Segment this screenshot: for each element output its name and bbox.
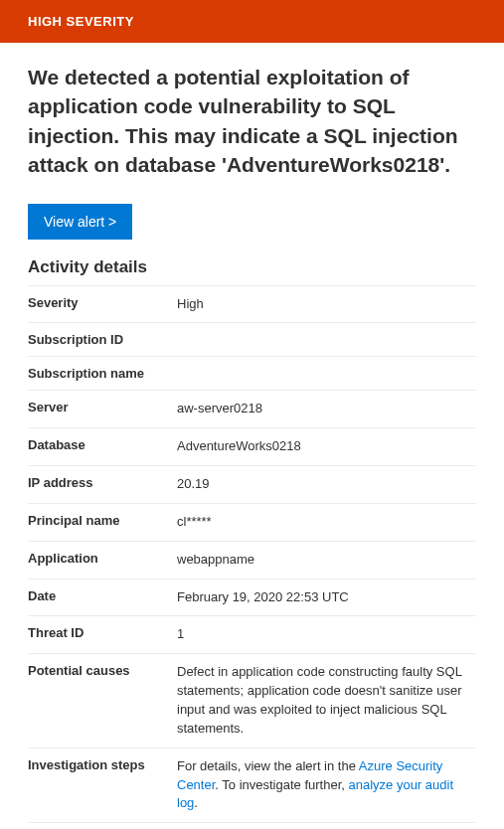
severity-value: High [177, 286, 476, 323]
investigation-prefix: For details, view the alert in the [177, 758, 359, 773]
activity-details-heading: Activity details [28, 257, 476, 286]
table-row-principal-name: Principal name cl***** [28, 503, 476, 541]
potential-causes-label: Potential causes [28, 654, 177, 747]
severity-banner: HIGH SEVERITY [0, 0, 504, 43]
table-row-ip-address: IP address 20.19 [28, 466, 476, 504]
table-row-server: Server aw-server0218 [28, 391, 476, 428]
threat-id-label: Threat ID [28, 616, 177, 654]
potential-causes-value: Defect in application code constructing … [177, 654, 476, 747]
date-value: February 19, 2020 22:53 UTC [177, 579, 476, 616]
application-label: Application [28, 541, 177, 579]
subscription-name-label: Subscription name [28, 357, 177, 391]
severity-label: Severity [28, 286, 177, 323]
table-row-remediation-steps: Remediation steps Read more about SQL In… [28, 823, 476, 829]
table-row-database: Database AdventureWorks0218 [28, 428, 476, 466]
table-row-potential-causes: Potential causes Defect in application c… [28, 654, 476, 747]
table-row-subscription-id: Subscription ID [28, 323, 476, 357]
table-row-threat-id: Threat ID 1 [28, 616, 476, 654]
activity-details-table: Severity High Subscription ID Subscripti… [28, 286, 476, 829]
application-value: webappname [177, 541, 476, 579]
database-value: AdventureWorks0218 [177, 428, 476, 466]
remediation-steps-value: Read more about SQL Injection threats, a… [177, 823, 476, 829]
investigation-mid: . To investigate further, [215, 777, 348, 792]
investigation-steps-label: Investigation steps [28, 747, 177, 823]
ip-address-label: IP address [28, 466, 177, 504]
severity-label: HIGH SEVERITY [28, 14, 134, 29]
table-row-application: Application webappname [28, 541, 476, 579]
remediation-steps-label: Remediation steps [28, 823, 177, 829]
threat-id-value: 1 [177, 616, 476, 654]
subscription-name-value [177, 357, 476, 391]
subscription-id-label: Subscription ID [28, 323, 177, 357]
principal-name-label: Principal name [28, 503, 177, 541]
table-row-severity: Severity High [28, 286, 476, 323]
ip-address-value: 20.19 [177, 466, 476, 504]
table-row-subscription-name: Subscription name [28, 357, 476, 391]
investigation-steps-value: For details, view the alert in the Azure… [177, 747, 476, 823]
investigation-suffix: . [194, 795, 198, 810]
database-label: Database [28, 428, 177, 466]
alert-title: We detected a potential exploitation of … [28, 63, 476, 180]
table-row-investigation-steps: Investigation steps For details, view th… [28, 747, 476, 823]
date-label: Date [28, 579, 177, 616]
subscription-id-value [177, 323, 476, 357]
server-label: Server [28, 391, 177, 428]
server-value: aw-server0218 [177, 391, 476, 428]
alert-content: We detected a potential exploitation of … [0, 43, 504, 829]
principal-name-value: cl***** [177, 503, 476, 541]
view-alert-button[interactable]: View alert > [28, 204, 132, 240]
table-row-date: Date February 19, 2020 22:53 UTC [28, 579, 476, 616]
